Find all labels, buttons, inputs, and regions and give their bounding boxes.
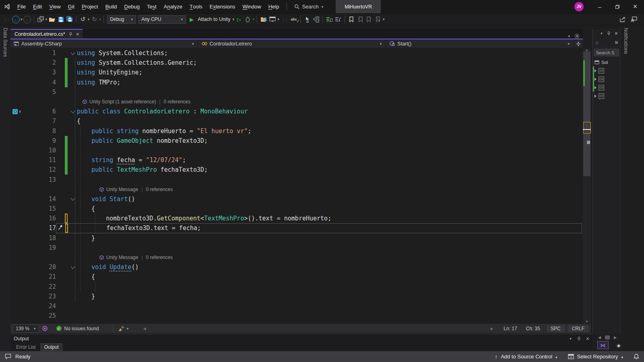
code-editor[interactable]: 1using System.Collections;2using System.… — [10, 48, 583, 323]
insert-mode-indicator[interactable]: SPC — [547, 325, 565, 332]
code-line-18[interactable]: 18 } — [10, 233, 583, 243]
spell-check-button[interactable]: abc✓ — [289, 14, 298, 24]
code-line-24[interactable]: 24 — [10, 301, 583, 311]
gear-icon[interactable] — [574, 33, 580, 39]
line-ending-indicator[interactable]: CRLF — [568, 325, 588, 332]
menu-test[interactable]: Test — [143, 0, 160, 13]
code-line-12[interactable]: 12 public TextMeshPro fechaTexto3D; — [10, 165, 583, 175]
navigate-backward-button[interactable]: ← — [11, 14, 20, 24]
new-project-button[interactable] — [36, 14, 45, 24]
chevron-down-icon[interactable]: ▾ — [277, 17, 279, 21]
code-line-3[interactable]: 3using UnityEngine; — [10, 68, 583, 77]
project-dropdown[interactable]: Assembly-CSharp▾ — [10, 39, 198, 48]
codelens-row[interactable]: Unity Script (1 asset reference)|0 refer… — [10, 97, 583, 107]
start-without-debugging-button[interactable]: ▷ — [235, 14, 244, 24]
type-dropdown[interactable]: ControladorLetrero▾ — [198, 39, 386, 48]
sync-with-active-document-button[interactable] — [268, 14, 277, 24]
navigate-forward-button[interactable]: → — [23, 14, 32, 24]
chevron-down-icon[interactable]: ▾ — [88, 17, 90, 21]
quick-actions-icon[interactable] — [57, 225, 63, 231]
column-indicator[interactable]: Ch: 35 — [526, 326, 540, 331]
scroll-right-icon[interactable]: ▶ — [487, 324, 496, 333]
codelens-references[interactable]: 0 references — [164, 99, 191, 105]
solution-platform-select[interactable]: Any CPU▾ — [138, 15, 186, 24]
codelens-row[interactable]: Unity Message|0 references — [10, 185, 583, 194]
solution-name-badge[interactable]: MiHuertoVR — [336, 0, 381, 13]
member-dropdown[interactable]: Start()▾ — [386, 39, 573, 48]
code-line-13[interactable]: 13 — [10, 175, 583, 184]
project-node[interactable]: C# — [593, 75, 620, 83]
code-line-19[interactable]: 19 — [10, 243, 583, 253]
comment-selection-button[interactable] — [325, 14, 334, 24]
expand-icon[interactable] — [594, 78, 597, 81]
scroll-right-icon[interactable]: ▶ — [614, 335, 617, 339]
code-line-15[interactable]: 15 { — [10, 204, 583, 214]
code-line-20[interactable]: 20 void Update() — [10, 262, 583, 272]
menu-analyze[interactable]: Analyze — [160, 0, 186, 13]
menu-help[interactable]: Help — [265, 0, 283, 13]
selection-mode-button[interactable] — [303, 14, 312, 24]
menu-git[interactable]: Git — [64, 0, 78, 13]
chevron-down-icon[interactable]: ▾ — [21, 17, 23, 21]
code-line-7[interactable]: 7{ — [10, 116, 583, 126]
close-button[interactable]: × — [626, 0, 644, 13]
notifications-tool-tab[interactable]: Notifications — [620, 25, 644, 351]
redo-button[interactable]: ↻ — [90, 14, 99, 24]
live-share-button[interactable] — [630, 14, 638, 24]
expand-icon[interactable] — [594, 95, 597, 98]
codelens-row[interactable]: Unity Message|0 references — [10, 253, 583, 262]
solution-search-input[interactable]: Search S — [594, 49, 619, 56]
uncomment-selection-button[interactable] — [334, 14, 343, 24]
toggle-bookmark-button[interactable] — [347, 14, 356, 24]
code-line-9[interactable]: 9 public GameObject nombreTexto3D; — [10, 136, 583, 146]
format-document-button[interactable] — [312, 14, 320, 24]
extension-status-icon[interactable] — [42, 326, 47, 331]
pin-icon[interactable] — [577, 337, 581, 341]
zoom-select[interactable]: 139 %▾ — [13, 325, 39, 333]
editor-vertical-scrollbar[interactable]: ▲ ▼ — [583, 48, 591, 323]
menu-tools[interactable]: Tools — [186, 0, 206, 13]
open-file-button[interactable] — [47, 14, 56, 24]
previous-bookmark-button[interactable] — [356, 14, 365, 24]
menu-build[interactable]: Build — [102, 0, 121, 13]
tab-controladorletrero[interactable]: ControladorLetrero.cs* × — [10, 29, 83, 39]
scroll-left-icon[interactable]: ◀ — [598, 335, 601, 339]
minimize-button[interactable]: – — [591, 0, 609, 13]
code-line-21[interactable]: 21 { — [10, 272, 583, 282]
user-avatar[interactable]: JV — [574, 2, 584, 11]
scrollbar-thumb[interactable] — [605, 335, 610, 339]
project-node[interactable]: C# — [593, 66, 620, 75]
fold-margin[interactable] — [69, 107, 77, 116]
close-panel-icon[interactable]: × — [615, 30, 618, 37]
document-list-dropdown-icon[interactable]: ▾ — [568, 34, 570, 38]
code-line-5[interactable]: 5 — [10, 87, 583, 97]
menu-project[interactable]: Project — [78, 0, 101, 13]
next-bookmark-button[interactable] — [365, 14, 374, 24]
codelens-info[interactable]: Unity Message — [106, 187, 138, 192]
git-changes-icon[interactable]: ◈ — [613, 341, 624, 349]
document-health-indicator[interactable]: ✓ No issues found — [56, 326, 99, 331]
chevron-down-icon[interactable]: ▾ — [232, 17, 234, 21]
code-line-23[interactable]: 23 } — [10, 292, 583, 301]
clear-bookmarks-button[interactable] — [374, 14, 382, 24]
menu-debug[interactable]: Debug — [121, 0, 143, 13]
codelens-references[interactable]: 0 references — [146, 187, 173, 192]
code-line-17[interactable]: 17 fechaTexto3D.text = fecha; — [10, 223, 583, 233]
close-panel-icon[interactable]: × — [586, 335, 589, 342]
start-debugging-label[interactable]: Attach to Unity — [198, 16, 230, 22]
find-in-files-button[interactable] — [259, 14, 268, 24]
save-button[interactable] — [56, 14, 65, 24]
home-icon[interactable]: ⌂ — [595, 39, 599, 45]
restore-button[interactable] — [609, 0, 626, 13]
code-line-8[interactable]: 8 public string nombreHuerto = "El huert… — [10, 126, 583, 136]
scroll-left-icon[interactable]: ◀ — [140, 324, 149, 333]
menu-file[interactable]: File — [14, 0, 29, 13]
line-indicator[interactable]: Ln: 17 — [504, 326, 517, 331]
codelens-info[interactable]: Unity Script (1 asset reference) — [89, 99, 156, 105]
bell-icon[interactable] — [634, 354, 639, 360]
toolbar-drag-handle[interactable]: ⋮⋮ — [3, 17, 10, 22]
fold-margin[interactable] — [69, 262, 77, 272]
panel-tab-output[interactable]: Output — [41, 343, 62, 351]
fold-margin[interactable] — [69, 194, 77, 204]
close-tab-icon[interactable]: × — [76, 31, 79, 37]
